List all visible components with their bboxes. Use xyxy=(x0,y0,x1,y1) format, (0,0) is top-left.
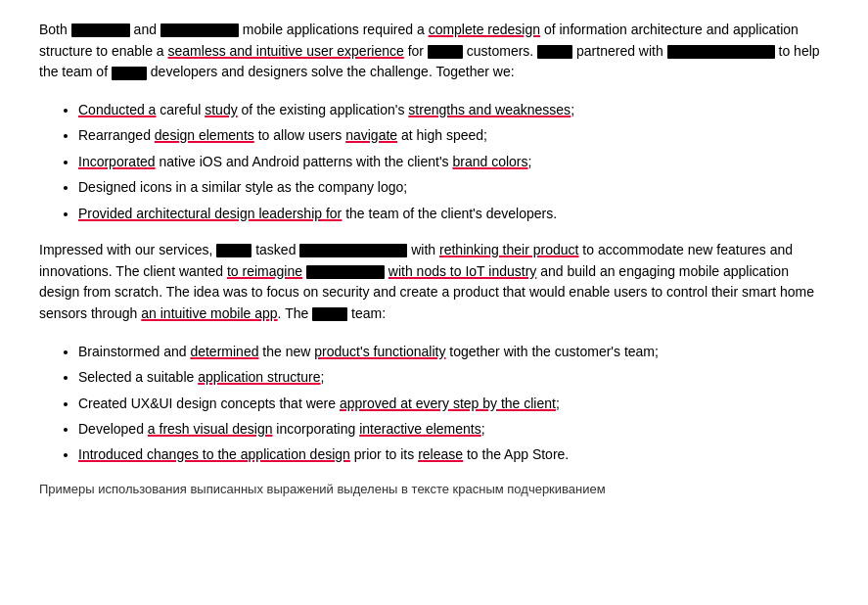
list-item-3: Incorporated native iOS and Android patt… xyxy=(78,151,829,172)
li9-fresh-visual: a fresh visual design xyxy=(148,421,273,437)
li4-text: Designed icons in a similar style as the… xyxy=(78,179,407,195)
li8-approved: approved at every step by the client xyxy=(340,396,556,411)
li5-team: the team of the client's developers. xyxy=(342,206,557,221)
p2-tasked: tasked xyxy=(251,242,299,257)
li7-selected: Selected a suitable xyxy=(78,369,198,385)
p2-reimagine: to reimagine xyxy=(227,263,302,279)
content-area: Both and mobile applications required a … xyxy=(39,20,829,496)
li9-semi: ; xyxy=(481,421,485,437)
li2-navigate: navigate xyxy=(345,127,397,143)
li6-functionality: product's functionality xyxy=(314,344,445,359)
li10-prior: prior to its xyxy=(350,446,418,462)
list-item-9: Developed a fresh visual design incorpor… xyxy=(78,418,829,440)
footer-note: Примеры использования выписанных выражен… xyxy=(39,482,829,496)
redacted-6 xyxy=(112,67,147,80)
list-item-1: Conducted a careful study of the existin… xyxy=(78,99,829,120)
li10-introduced: Introduced changes to the application de… xyxy=(78,446,350,462)
li1-semi: ; xyxy=(571,102,574,117)
p2-impressed: Impressed with our services, xyxy=(39,242,216,257)
p2-the: . The xyxy=(278,305,313,321)
list-item-8: Created UX&UI design concepts that were … xyxy=(78,393,829,414)
redacted-7 xyxy=(216,244,251,257)
redacted-1 xyxy=(71,23,130,37)
list-item-2: Rearranged design elements to allow user… xyxy=(78,124,829,146)
li1-careful: careful xyxy=(156,102,205,117)
li10-appstore: to the App Store. xyxy=(463,446,569,462)
li3-semi: ; xyxy=(528,154,532,169)
text-and: and xyxy=(130,22,160,37)
li2-speed: at high speed; xyxy=(397,127,487,143)
li9-interactive: interactive elements xyxy=(359,421,481,437)
p2-team: team: xyxy=(347,305,386,321)
li3-brand: brand colors xyxy=(452,154,527,169)
redacted-5 xyxy=(667,45,775,59)
li7-app-structure: application structure xyxy=(198,369,320,385)
text-developers: developers and designers solve the chall… xyxy=(147,64,515,79)
text-complete-redesign: complete redesign xyxy=(429,22,540,37)
paragraph-1: Both and mobile applications required a … xyxy=(39,20,829,83)
list-item-4: Designed icons in a similar style as the… xyxy=(78,176,829,198)
li3-incorporated: Incorporated xyxy=(78,154,156,169)
redacted-3 xyxy=(428,45,463,59)
li6-together: together with the customer's team; xyxy=(445,344,658,359)
li2-design-elements: design elements xyxy=(155,127,254,143)
li9-developed: Developed xyxy=(78,421,148,437)
text-seamless: seamless and intuitive user experience xyxy=(168,43,404,59)
list-item-10: Introduced changes to the application de… xyxy=(78,443,829,465)
li2-to-allow: to allow users xyxy=(254,127,345,143)
li1-of: of the existing application's xyxy=(238,102,409,117)
li7-semi: ; xyxy=(321,369,325,385)
li6-brainstormed: Brainstormed and xyxy=(78,344,190,359)
li9-incorporating: incorporating xyxy=(272,421,359,437)
footer-text: Примеры использования выписанных выражен… xyxy=(39,482,606,496)
li8-semi: ; xyxy=(556,396,560,411)
li10-release: release xyxy=(418,446,463,462)
paragraph-2: Impressed with our services, tasked with… xyxy=(39,240,829,325)
li6-determined: determined xyxy=(190,344,258,359)
list-item-5: Provided architectural design leadership… xyxy=(78,203,829,224)
li6-new: the new xyxy=(258,344,314,359)
bullet-list-1: Conducted a careful study of the existin… xyxy=(78,99,829,224)
text-partnered: partnered with xyxy=(572,43,667,59)
li1-strengths: strengths and weaknesses xyxy=(408,102,571,117)
p2-with: with xyxy=(407,242,439,257)
redacted-10 xyxy=(312,307,347,321)
redacted-2 xyxy=(160,23,239,37)
redacted-8 xyxy=(299,244,407,257)
text-both: Both xyxy=(39,22,71,37)
bullet-list-2: Brainstormed and determined the new prod… xyxy=(78,341,829,466)
redacted-4 xyxy=(537,45,572,59)
list-item-6: Brainstormed and determined the new prod… xyxy=(78,341,829,362)
p2-nods: with nods to IoT industry xyxy=(388,263,536,279)
li2-rearranged: Rearranged xyxy=(78,127,155,143)
li1-conducted: Conducted a xyxy=(78,102,156,117)
text-mobile: mobile applications required a xyxy=(239,22,429,37)
p2-rethinking: rethinking their product xyxy=(439,242,578,257)
text-customers: customers. xyxy=(463,43,537,59)
li1-study: study xyxy=(205,102,237,117)
p2-intuitive: an intuitive mobile app xyxy=(141,305,277,321)
redacted-9 xyxy=(306,265,385,279)
list-item-7: Selected a suitable application structur… xyxy=(78,366,829,388)
li8-created: Created UX&UI design concepts that were xyxy=(78,396,340,411)
li5-provided: Provided architectural design leadership… xyxy=(78,206,342,221)
li3-native: native iOS and Android patterns with the… xyxy=(156,154,453,169)
